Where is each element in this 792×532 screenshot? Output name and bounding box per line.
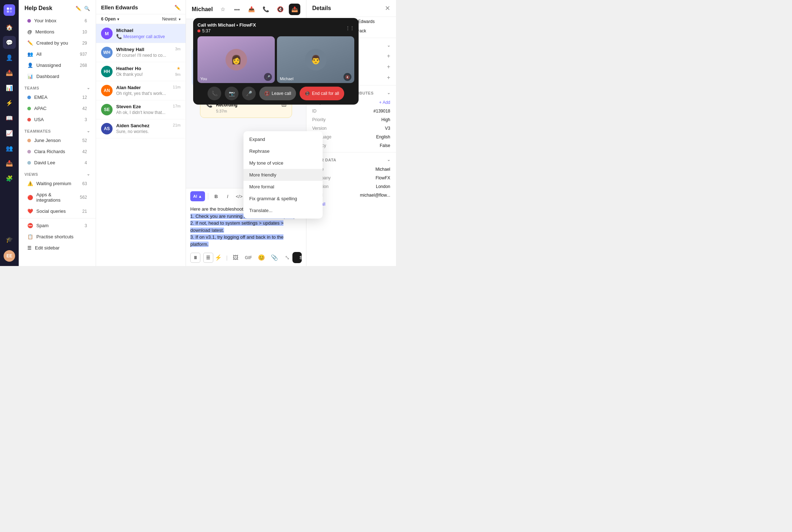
nav-team-apac[interactable]: APAC 42 (22, 103, 93, 114)
nav-view-social[interactable]: ❤️ Social queries 21 (22, 206, 93, 216)
nav-icon-bolt[interactable]: ⚡ (3, 96, 16, 109)
nav-icon-tray[interactable]: 📥 (3, 157, 16, 170)
open-badge[interactable]: 6 Open ▾ (101, 17, 119, 22)
archive-button[interactable]: 📤 (289, 4, 300, 15)
nav-created[interactable]: ✏️ Created by you 29 (22, 38, 93, 48)
gif-action-icon[interactable]: GIF (243, 253, 254, 263)
bolt-action-icon[interactable]: ⚡ (213, 253, 223, 263)
ai-menu-friendly[interactable]: More friendly (243, 169, 323, 181)
nav-icon-reports[interactable]: 📊 (3, 81, 16, 94)
video-call-overlay: Call with Michael • FlowFX 5:37 ⋮⋮ 👩 You… (193, 18, 359, 105)
user-avatar[interactable]: EE (4, 250, 15, 262)
video-controls: 📞 📷 🎤 📵 Leave call 📵 End call for all (197, 87, 354, 100)
input-line3-selected: 2. If not, head to system settings > upd… (190, 220, 283, 233)
compose-icon[interactable]: ✏️ (76, 6, 81, 11)
priority-value: High (381, 117, 390, 122)
nav-icon-home[interactable]: 🏠 (3, 21, 16, 34)
nav-icon-inbox[interactable]: 💬 (3, 36, 16, 49)
tracker-plus-icon[interactable]: + (387, 53, 390, 59)
nav-icon-send[interactable]: 📤 (3, 66, 16, 79)
aiden-preview: Sure, no worries. (116, 129, 169, 134)
ai-menu-formal[interactable]: More formal (243, 181, 323, 193)
nav-practise[interactable]: 📋 Practise shortcuts (22, 231, 93, 242)
code-btn[interactable]: </> (234, 191, 244, 201)
nav-icon-notifications[interactable]: 🎓 (3, 233, 16, 246)
ai-menu-rephrase[interactable]: Rephrase (243, 145, 323, 157)
conv-item-michael[interactable]: M Michael 📞 Messenger call active (96, 24, 186, 43)
ai-menu-grammar[interactable]: Fix grammar & spelling (243, 193, 323, 205)
side-conv-plus-icon[interactable]: + (387, 74, 390, 81)
nav-icon-contacts[interactable]: 👤 (3, 51, 16, 64)
nav-icon-chart[interactable]: 📈 (3, 127, 16, 139)
team-dot-apac (27, 107, 31, 110)
video-mic-btn[interactable]: 🎤 (242, 87, 256, 100)
italic-btn[interactable]: I (223, 191, 233, 201)
emoji-action-icon[interactable]: 😊 (256, 253, 267, 263)
send-button[interactable]: Send (292, 252, 302, 263)
search-icon[interactable]: 🔍 (84, 6, 90, 11)
svg-text:M: M (105, 31, 109, 36)
call-button[interactable]: 📞 (260, 4, 272, 15)
nav-team-emea[interactable]: EMEA 12 (22, 92, 93, 102)
teams-chevron[interactable]: ⌄ (87, 86, 90, 90)
nav-teammate-june[interactable]: June Jenson 52 (22, 135, 93, 146)
bold-btn[interactable]: B (211, 191, 221, 201)
conv-item-aiden[interactable]: AS Aiden Sanchez Sure, no worries. 21m (96, 119, 186, 138)
list-btn[interactable]: ☰ (203, 253, 213, 263)
call-timer: 5:37 (202, 28, 210, 33)
nav-spam[interactable]: ⛔ Spam 3 (22, 220, 93, 231)
whitney-info: Whitney Hall Of course! I'll need to co.… (116, 47, 172, 58)
video-camera-btn[interactable]: 📷 (225, 87, 238, 100)
conv-item-steven[interactable]: SE Steven Eze Ah ok, I didn't know that.… (96, 100, 186, 119)
conv-list-header: Ellen Edwards ✏️ (96, 0, 186, 14)
app-logo[interactable] (4, 4, 15, 16)
nav-unassigned[interactable]: 👤 Unassigned 268 (22, 60, 93, 70)
conv-item-whitney[interactable]: WH Whitney Hall Of course! I'll need to … (96, 43, 186, 62)
nav-view-apps[interactable]: 🔴 Apps & integrations 562 (22, 189, 93, 205)
pause-btn[interactable]: ⏸ (190, 253, 200, 263)
nav-teammate-david[interactable]: David Lee 4 (22, 157, 93, 168)
backoffice-plus-icon[interactable]: + (387, 64, 390, 70)
conv-item-heather[interactable]: HH Heather Ho Ok thank you! ★ 9m (96, 62, 186, 81)
nav-inbox[interactable]: Your Inbox 6 (22, 15, 93, 26)
views-chevron[interactable]: ⌄ (87, 172, 90, 176)
nav-icon-team[interactable]: 👥 (3, 142, 16, 155)
add-conv-icon[interactable]: ✏️ (174, 5, 181, 10)
attach-action-icon[interactable]: 📎 (269, 253, 279, 263)
id-label: ID (312, 109, 317, 114)
ai-menu-expand[interactable]: Expand (243, 133, 323, 145)
nav-teammate-clara[interactable]: Clara Richards 42 (22, 146, 93, 157)
nav-view-waiting[interactable]: ⚠️ Waiting premium 63 (22, 178, 93, 189)
more-options-button[interactable]: ••• (231, 4, 243, 15)
nav-dashboard[interactable]: 📊 Dashboard (22, 71, 93, 82)
mentions-label: Mentions (35, 29, 79, 35)
sort-badge[interactable]: Newest ▾ (162, 17, 181, 22)
created-label: Created by you (36, 40, 79, 46)
nav-edit-sidebar[interactable]: ☰ Edit sidebar (22, 243, 93, 253)
star-button[interactable]: ☆ (217, 4, 228, 15)
image-action-icon[interactable]: 🖼 (231, 253, 241, 263)
ai-menu-tone[interactable]: My tone of voice (243, 157, 323, 169)
social-label: Social queries (36, 208, 79, 214)
nav-team-usa[interactable]: USA 3 (22, 114, 93, 125)
input-line3: 2. If not, head to system settings > upd… (190, 220, 302, 234)
nav-icon-book[interactable]: 📖 (3, 111, 16, 124)
snooze-button[interactable]: 📥 (246, 4, 257, 15)
ai-menu-translate[interactable]: Translate... (243, 205, 323, 216)
teammates-chevron[interactable]: ⌄ (87, 129, 90, 133)
open-chevron-icon: ▾ (117, 17, 119, 21)
nav-all[interactable]: 👥 All 937 (22, 49, 93, 59)
conv-item-alan[interactable]: AN Alan Nader Oh right, yes that's work.… (96, 81, 186, 100)
subject-value[interactable]: + Add (379, 100, 390, 105)
video-phone-btn[interactable]: 📞 (208, 87, 221, 100)
ai-format-btn[interactable]: AI ▲ (190, 191, 205, 201)
apps-label: Apps & integrations (36, 192, 77, 203)
nav-icon-puzzle[interactable]: 🧩 (3, 172, 16, 185)
end-call-btn[interactable]: 📵 End call for all (300, 87, 344, 100)
details-close-btn[interactable]: ✕ (385, 4, 390, 12)
svg-rect-0 (7, 8, 9, 10)
nav-mentions[interactable]: @ Mentions 10 (22, 27, 93, 37)
leave-call-btn[interactable]: 📵 Leave call (259, 87, 296, 100)
expand-action-icon[interactable]: ⤡ (282, 253, 292, 263)
mute-button[interactable]: 🔇 (274, 4, 286, 15)
